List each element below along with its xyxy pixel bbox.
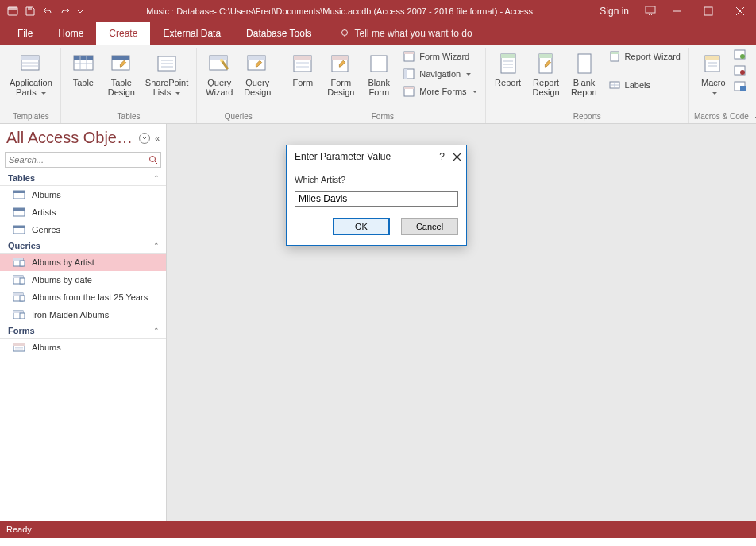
form-button[interactable]: Form — [285, 49, 320, 89]
save-icon[interactable] — [24, 5, 37, 17]
blank-form-button[interactable]: Blank Form — [361, 49, 396, 99]
nav-menu-icon[interactable] — [139, 133, 150, 144]
redo-icon[interactable] — [59, 5, 71, 17]
maximize-button[interactable] — [692, 0, 724, 22]
svg-rect-69 — [14, 208, 25, 211]
category-tables[interactable]: Tables⌃ — [0, 171, 166, 186]
macro-button[interactable]: Macro — [696, 49, 731, 99]
svg-rect-31 — [296, 66, 309, 68]
form-design-label: Form Design — [327, 78, 354, 97]
title-bar: Music : Database- C:\Users\Fred\Document… — [0, 0, 756, 22]
chevron-up-icon: ⌃ — [153, 327, 160, 335]
query-design-label: Query Design — [244, 78, 271, 97]
category-forms[interactable]: Forms⌃ — [0, 323, 166, 339]
visual-basic-icon[interactable] — [734, 81, 746, 92]
ok-button[interactable]: OK — [333, 218, 390, 235]
svg-rect-9 — [21, 56, 39, 60]
application-parts-button[interactable]: Application Parts — [6, 49, 56, 99]
svg-rect-13 — [74, 56, 93, 60]
class-module-icon[interactable] — [734, 65, 746, 76]
labels-button[interactable]: Labels — [605, 78, 684, 92]
application-parts-icon — [18, 51, 44, 76]
form-design-button[interactable]: Form Design — [323, 49, 358, 99]
table-icon — [71, 51, 96, 76]
query-object-icon — [13, 257, 25, 268]
navigation-button[interactable]: Navigation — [399, 67, 480, 81]
nav-query-albums-by-artist[interactable]: Albums by Artist — [0, 254, 166, 271]
svg-rect-18 — [112, 56, 129, 60]
blank-report-button[interactable]: Blank Report — [567, 49, 602, 99]
svg-rect-38 — [404, 69, 407, 79]
sign-in-link[interactable]: Sign in — [588, 6, 640, 17]
svg-point-25 — [220, 59, 223, 62]
svg-rect-3 — [646, 6, 655, 13]
svg-rect-86 — [15, 347, 23, 349]
nav-query-albums-by-date[interactable]: Albums by date — [0, 271, 166, 288]
report-wizard-label: Report Wizard — [625, 52, 681, 61]
table-button[interactable]: Table — [66, 49, 101, 89]
search-icon[interactable] — [146, 155, 160, 165]
dialog-close-icon[interactable] — [453, 153, 461, 161]
query-design-button[interactable]: Query Design — [240, 49, 275, 99]
tell-me-label: Tell me what you want to do — [355, 28, 472, 39]
nav-title: All Access Obje… — [6, 129, 133, 147]
group-templates: Application Parts Templates — [2, 48, 61, 123]
module-icon[interactable] — [734, 49, 746, 60]
svg-rect-80 — [20, 296, 25, 301]
search-input[interactable] — [6, 153, 146, 167]
nav-table-genres[interactable]: Genres — [0, 221, 166, 238]
svg-rect-71 — [14, 226, 25, 228]
tab-external-data[interactable]: External Data — [150, 22, 233, 45]
group-macros-label: Macros & Code — [694, 110, 749, 123]
app-icon — [6, 5, 19, 17]
ribbon-options-icon[interactable] — [640, 0, 661, 22]
report-design-label: Report Design — [532, 78, 559, 97]
report-button[interactable]: Report — [491, 49, 526, 89]
nav-query-iron-maiden[interactable]: Iron Maiden Albums — [0, 306, 166, 323]
sharepoint-lists-button[interactable]: SharePoint Lists — [142, 49, 191, 99]
group-templates-label: Templates — [13, 110, 49, 123]
nav-query-last-25-years[interactable]: Albums from the last 25 Years — [0, 288, 166, 306]
category-queries[interactable]: Queries⌃ — [0, 238, 166, 254]
query-wizard-button[interactable]: Query Wizard — [202, 49, 237, 99]
more-forms-button[interactable]: More Forms — [399, 84, 480, 99]
shutter-close-icon[interactable]: « — [155, 134, 160, 143]
query-object-icon — [13, 274, 25, 285]
svg-rect-40 — [404, 87, 414, 89]
svg-rect-67 — [14, 191, 25, 193]
more-forms-icon — [403, 85, 415, 98]
parameter-input[interactable] — [295, 191, 458, 207]
query-object-icon — [13, 292, 25, 303]
report-label: Report — [495, 78, 521, 87]
dialog-help-icon[interactable]: ? — [439, 151, 445, 162]
tab-file[interactable]: File — [5, 22, 45, 45]
report-wizard-icon — [608, 50, 621, 63]
nav-table-artists[interactable]: Artists — [0, 203, 166, 221]
blank-form-label: Blank Form — [368, 78, 391, 97]
blank-report-label: Blank Report — [571, 78, 597, 97]
table-design-button[interactable]: Table Design — [104, 49, 139, 99]
table-label: Table — [73, 78, 94, 87]
tell-me-search[interactable]: Tell me what you want to do — [339, 22, 472, 45]
window-buttons — [661, 0, 756, 22]
form-wizard-button[interactable]: Form Wizard — [399, 49, 480, 64]
close-button[interactable] — [724, 0, 756, 22]
tab-home[interactable]: Home — [45, 22, 96, 45]
undo-icon[interactable] — [41, 5, 54, 17]
svg-rect-83 — [20, 313, 25, 319]
nav-header[interactable]: All Access Obje… « — [0, 124, 166, 150]
cancel-button[interactable]: Cancel — [401, 218, 458, 235]
report-design-button[interactable]: Report Design — [529, 49, 564, 99]
report-wizard-button[interactable]: Report Wizard — [605, 49, 684, 64]
minimize-button[interactable] — [661, 0, 692, 22]
report-icon — [496, 51, 521, 76]
qat-customize-icon[interactable] — [76, 5, 84, 17]
parameter-dialog: Enter Parameter Value ? Which Artist? OK… — [286, 145, 467, 246]
tab-create[interactable]: Create — [96, 22, 150, 45]
nav-table-albums[interactable]: Albums — [0, 186, 166, 203]
table-object-icon — [13, 207, 25, 218]
nav-form-albums[interactable]: Albums — [0, 339, 166, 356]
tab-database-tools[interactable]: Database Tools — [233, 22, 325, 45]
svg-rect-50 — [611, 52, 619, 54]
more-forms-label: More Forms — [419, 87, 476, 96]
